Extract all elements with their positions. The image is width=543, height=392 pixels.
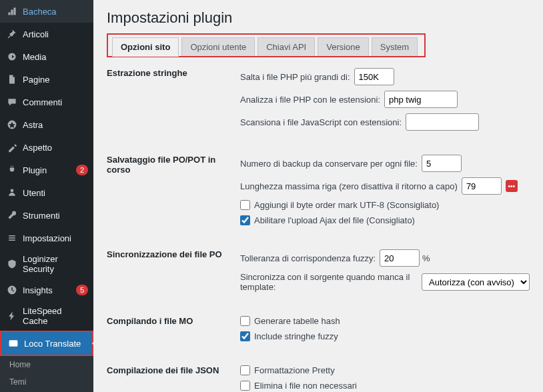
del-json-checkbox[interactable] bbox=[240, 381, 250, 391]
sidebar-item-commenti[interactable]: Commenti bbox=[0, 91, 93, 113]
sidebar-item-label: Pagine bbox=[23, 75, 88, 85]
percent-symbol: % bbox=[422, 253, 430, 263]
sidebar-item-label: Media bbox=[23, 52, 88, 62]
sidebar-item-astra[interactable]: Astra bbox=[0, 113, 93, 136]
shield-icon bbox=[5, 257, 19, 271]
backup-label: Numero di backup da conservare per ogni … bbox=[240, 159, 418, 169]
fuzzy-label: Tolleranza di corrispondenza fuzzy: bbox=[240, 253, 376, 263]
pretty-label: Formattazione Pretty bbox=[254, 365, 335, 375]
ajax-checkbox[interactable] bbox=[240, 215, 250, 225]
badge: 2 bbox=[76, 165, 88, 175]
bom-label: Aggiungi il byte order mark UTF-8 (Scons… bbox=[254, 200, 439, 210]
sidebar-item-label: Loco Translate bbox=[24, 339, 87, 349]
sidebar-item-loco-translate[interactable]: Loco Translate bbox=[0, 331, 93, 356]
main-content: Impostazioni plugin Opzioni sitoOpzioni … bbox=[93, 0, 543, 392]
ext-input[interactable] bbox=[384, 91, 458, 108]
sidebar-item-label: Insights bbox=[23, 285, 73, 295]
sidebar-submenu: HomeTemiPluginWordPressLingueImpostazion… bbox=[0, 356, 93, 392]
litespeed-icon bbox=[5, 309, 19, 323]
tab-system[interactable]: System bbox=[372, 37, 418, 56]
sidebar-item-label: Strumenti bbox=[23, 211, 88, 221]
sidebar-item-litespeed-cache[interactable]: LiteSpeed Cache bbox=[0, 301, 93, 331]
sidebar-item-utenti[interactable]: Utenti bbox=[0, 181, 93, 204]
tools-icon bbox=[5, 209, 19, 222]
sidebar-item-aspetto[interactable]: Aspetto bbox=[0, 136, 93, 159]
appearance-icon bbox=[5, 141, 19, 154]
sidebar-item-label: Articoli bbox=[23, 29, 88, 39]
sidebar-item-media[interactable]: Media bbox=[0, 45, 93, 68]
sidebar-item-loginizer-security[interactable]: Loginizer Security bbox=[0, 249, 93, 279]
section-title-mo: Compilando i file MO bbox=[107, 316, 240, 347]
sidebar-item-label: Plugin bbox=[23, 165, 73, 175]
sidebar-sub-home[interactable]: Home bbox=[0, 356, 93, 373]
sidebar-item-bacheca[interactable]: Bacheca bbox=[0, 0, 93, 23]
js-ext-label: Scansiona i file JavaScript con estensio… bbox=[240, 117, 402, 127]
section-title-json: Compilazione dei file JSON bbox=[107, 365, 240, 392]
plugin-icon bbox=[5, 163, 19, 177]
sidebar-item-label: Astra bbox=[23, 120, 88, 130]
insights-icon bbox=[5, 283, 19, 297]
users-icon bbox=[5, 186, 19, 199]
bom-checkbox[interactable] bbox=[240, 200, 250, 210]
skip-label: Salta i file PHP più grandi di: bbox=[240, 72, 350, 82]
pin-icon bbox=[5, 27, 19, 41]
tab-opzioni-sito[interactable]: Opzioni sito bbox=[112, 37, 179, 57]
hash-checkbox[interactable] bbox=[240, 316, 250, 326]
src-sync-label: Sincronizza con il sorgente quando manca… bbox=[240, 272, 418, 292]
translate-icon bbox=[7, 337, 20, 350]
tab-chiavi-api[interactable]: Chiavi API bbox=[257, 37, 315, 56]
sidebar-sub-temi[interactable]: Temi bbox=[0, 373, 93, 391]
fuzzy-input[interactable] bbox=[380, 249, 420, 267]
maxline-input[interactable] bbox=[462, 177, 502, 195]
section-title-sync: Sincronizzazione dei file PO bbox=[107, 249, 240, 297]
settings-icon bbox=[5, 231, 19, 245]
page-title: Impostazioni plugin bbox=[107, 9, 530, 27]
astra-icon bbox=[5, 118, 19, 131]
js-ext-input[interactable] bbox=[406, 113, 479, 131]
media-icon bbox=[5, 50, 19, 63]
sidebar-item-label: LiteSpeed Cache bbox=[23, 306, 88, 326]
sidebar-item-label: Utenti bbox=[23, 188, 88, 198]
sidebar-item-label: Aspetto bbox=[23, 143, 88, 153]
sidebar-item-articoli[interactable]: Articoli bbox=[0, 23, 93, 45]
sidebar-item-label: Bacheca bbox=[23, 7, 88, 17]
ajax-label: Abilitare l'upload Ajax del file (Consig… bbox=[254, 215, 415, 225]
sidebar-item-pagine[interactable]: Pagine bbox=[0, 68, 93, 91]
page-icon bbox=[5, 73, 19, 86]
hash-label: Generare tabelle hash bbox=[254, 316, 340, 326]
section-title-saving: Salvataggio file PO/POT in corso bbox=[107, 155, 240, 231]
svg-rect-0 bbox=[9, 340, 18, 347]
ext-label: Analizza i file PHP con le estensioni: bbox=[240, 95, 380, 105]
warning-icon: ••• bbox=[506, 180, 518, 192]
fuzzy-mo-label: Include stringhe fuzzy bbox=[254, 331, 338, 341]
sidebar-item-label: Impostazioni bbox=[23, 233, 88, 243]
fuzzy-mo-checkbox[interactable] bbox=[240, 331, 250, 341]
sidebar-item-insights[interactable]: Insights5 bbox=[0, 279, 93, 301]
dashboard-icon bbox=[5, 5, 19, 18]
sidebar-item-label: Commenti bbox=[23, 97, 88, 107]
tab-versione[interactable]: Versione bbox=[318, 37, 369, 56]
del-json-label: Elimina i file non necessari bbox=[254, 381, 357, 391]
comment-icon bbox=[5, 95, 19, 109]
tab-bar: Opzioni sitoOpzioni utenteChiavi APIVers… bbox=[107, 33, 426, 57]
tab-opzioni-utente[interactable]: Opzioni utente bbox=[181, 37, 255, 56]
src-sync-select[interactable]: Autorizza (con avviso) bbox=[422, 273, 530, 291]
section-title-extract: Estrazione stringhe bbox=[107, 68, 240, 136]
maxline-label: Lunghezza massima riga (zero disattiva i… bbox=[240, 181, 458, 191]
sidebar-item-plugin[interactable]: Plugin2 bbox=[0, 159, 93, 181]
sidebar-item-strumenti[interactable]: Strumenti bbox=[0, 204, 93, 227]
skip-input[interactable] bbox=[354, 68, 394, 85]
backup-input[interactable] bbox=[422, 155, 462, 172]
sidebar-item-impostazioni[interactable]: Impostazioni bbox=[0, 227, 93, 249]
admin-sidebar: BachecaArticoliMediaPagineCommentiAstraA… bbox=[0, 0, 93, 392]
sidebar-item-label: Loginizer Security bbox=[23, 254, 88, 274]
badge: 5 bbox=[76, 285, 88, 295]
pretty-checkbox[interactable] bbox=[240, 365, 250, 375]
